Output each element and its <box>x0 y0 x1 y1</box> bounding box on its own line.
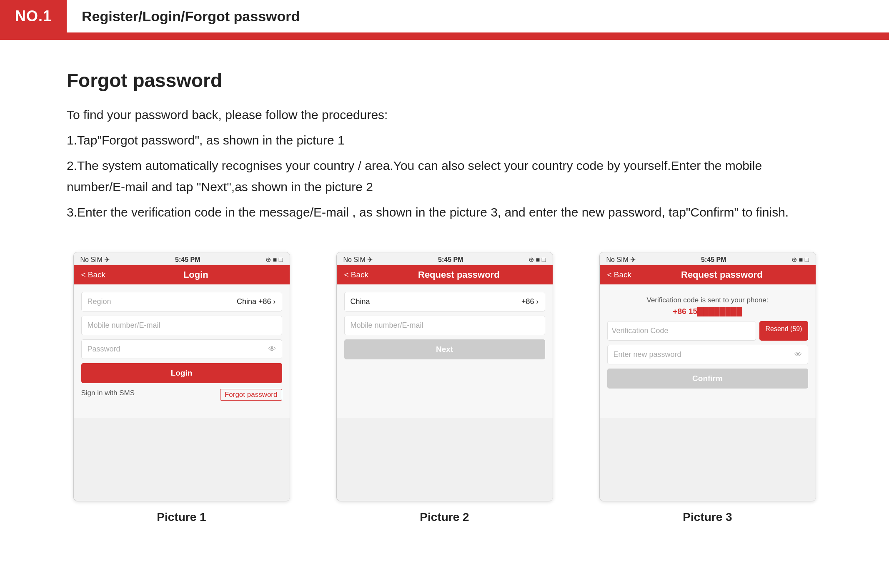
phone-screen-1: No SIM ✈ 5:45 PM ⊕ ■ □ < Back Login Regi… <box>73 252 290 501</box>
region-value: China +86 › <box>237 297 276 306</box>
phones-row: No SIM ✈ 5:45 PM ⊕ ■ □ < Back Login Regi… <box>67 252 822 524</box>
phone-rest-3 <box>600 418 816 501</box>
picture-caption-1: Picture 1 <box>157 511 206 524</box>
verify-code-row: Verification Code Resend (59) <box>607 321 808 341</box>
phone-col-2: No SIM ✈ 5:45 PM ⊕ ■ □ < Back Request pa… <box>330 252 559 524</box>
picture-caption-2: Picture 2 <box>420 511 469 524</box>
nav-title-1: Login <box>110 269 282 280</box>
description-line-3: 2.The system automatically recognises yo… <box>67 155 822 197</box>
new-password-field[interactable]: Enter new password 👁 <box>607 345 808 364</box>
back-btn-1[interactable]: < Back <box>81 270 106 279</box>
new-password-placeholder: Enter new password <box>614 350 681 359</box>
verify-message: Verification code is sent to your phone: <box>607 292 808 307</box>
status-bar-2: No SIM ✈ 5:45 PM ⊕ ■ □ <box>337 252 553 265</box>
new-password-eye-icon: 👁 <box>794 350 802 359</box>
sms-login-link[interactable]: Sign in with SMS <box>81 389 135 401</box>
phone-body-1: Region China +86 › Mobile number/E-mail … <box>74 284 290 418</box>
nav-bar-1: < Back Login <box>74 265 290 284</box>
region-field[interactable]: Region China +86 › <box>81 292 282 311</box>
sim-text-1: No SIM ✈ <box>80 256 110 264</box>
forgot-password-link[interactable]: Forgot password <box>220 389 282 401</box>
password-placeholder: Password <box>88 345 120 354</box>
country-field[interactable]: China +86 › <box>344 292 545 311</box>
page-header: NO.1 Register/Login/Forgot password <box>0 0 889 34</box>
main-content: Forgot password To find your password ba… <box>0 40 889 549</box>
description-line-4: 3.Enter the verification code in the mes… <box>67 202 822 223</box>
mobile-placeholder-2: Mobile number/E-mail <box>351 321 423 330</box>
country-code: +86 › <box>521 297 539 306</box>
region-label: Region <box>88 297 111 306</box>
phone-body-3: Verification code is sent to your phone:… <box>600 284 816 418</box>
login-button[interactable]: Login <box>81 363 282 383</box>
header-badge: NO.1 <box>0 0 67 32</box>
next-button[interactable]: Next <box>344 339 545 359</box>
sim-text-3: No SIM ✈ <box>606 256 636 264</box>
description-line-2: 1.Tap"Forgot password", as shown in the … <box>67 130 822 151</box>
time-1: 5:45 PM <box>175 256 200 264</box>
mobile-field-1[interactable]: Mobile number/E-mail <box>81 316 282 335</box>
sim-text-2: No SIM ✈ <box>343 256 373 264</box>
section-title: Forgot password <box>67 69 822 92</box>
description-line-1: To find your password back, please follo… <box>67 104 822 125</box>
icons-1: ⊕ ■ □ <box>265 256 283 264</box>
status-bar-1: No SIM ✈ 5:45 PM ⊕ ■ □ <box>74 252 290 265</box>
mobile-field-2[interactable]: Mobile number/E-mail <box>344 316 545 335</box>
nav-bar-2: < Back Request password <box>337 265 553 284</box>
picture-caption-3: Picture 3 <box>683 511 732 524</box>
phone-col-3: No SIM ✈ 5:45 PM ⊕ ■ □ < Back Request pa… <box>593 252 822 524</box>
verify-phone: +86 15████████ <box>607 307 808 316</box>
nav-title-3: Request password <box>636 269 808 280</box>
verification-code-input[interactable]: Verification Code <box>607 321 756 341</box>
back-btn-2[interactable]: < Back <box>344 270 369 279</box>
bottom-links: Sign in with SMS Forgot password <box>81 389 282 401</box>
icons-3: ⊕ ■ □ <box>791 256 809 264</box>
red-divider <box>0 34 889 40</box>
time-2: 5:45 PM <box>438 256 463 264</box>
nav-bar-3: < Back Request password <box>600 265 816 284</box>
header-title: Register/Login/Forgot password <box>67 1 315 32</box>
mobile-placeholder-1: Mobile number/E-mail <box>88 321 160 330</box>
back-btn-3[interactable]: < Back <box>607 270 632 279</box>
phone-col-1: No SIM ✈ 5:45 PM ⊕ ■ □ < Back Login Regi… <box>67 252 296 524</box>
eye-icon: 👁 <box>268 345 276 354</box>
phone-screen-2: No SIM ✈ 5:45 PM ⊕ ■ □ < Back Request pa… <box>336 252 553 501</box>
phone-screen-3: No SIM ✈ 5:45 PM ⊕ ■ □ < Back Request pa… <box>599 252 816 501</box>
phone-rest-2 <box>337 418 553 501</box>
code-placeholder: Verification Code <box>612 326 669 335</box>
status-bar-3: No SIM ✈ 5:45 PM ⊕ ■ □ <box>600 252 816 265</box>
phone-rest-1 <box>74 418 290 501</box>
icons-2: ⊕ ■ □ <box>528 256 546 264</box>
nav-title-2: Request password <box>373 269 545 280</box>
phone-body-2: China +86 › Mobile number/E-mail Next <box>337 284 553 418</box>
password-field[interactable]: Password 👁 <box>81 339 282 359</box>
confirm-button[interactable]: Confirm <box>607 369 808 389</box>
resend-button[interactable]: Resend (59) <box>759 321 808 341</box>
country-name: China <box>351 297 370 306</box>
time-3: 5:45 PM <box>701 256 726 264</box>
